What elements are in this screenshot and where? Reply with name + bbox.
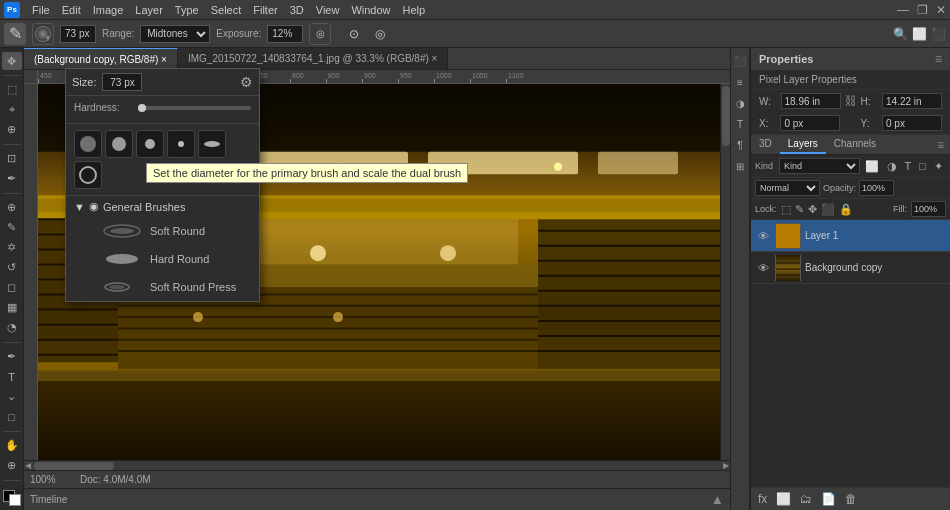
lasso-tool[interactable]: ⌖	[2, 101, 22, 119]
vertical-scrollbar[interactable]	[720, 84, 730, 460]
exposure-slider-icon[interactable]: ◎	[309, 23, 331, 45]
range-select[interactable]: Midtones	[140, 25, 210, 43]
crop-tool[interactable]: ⊡	[2, 150, 22, 168]
layer-visibility-1[interactable]: 👁	[755, 230, 771, 242]
timeline-expand-btn[interactable]: ▲	[711, 492, 724, 507]
filter-type-btn[interactable]: T	[902, 159, 915, 174]
character-btn[interactable]: T	[731, 115, 749, 133]
menu-layer[interactable]: Layer	[129, 2, 169, 18]
layer-mask-btn[interactable]: ⬜	[773, 491, 794, 507]
filter-adj-btn[interactable]: ◑	[884, 159, 900, 174]
brush-tool[interactable]: ✎	[2, 219, 22, 237]
paragraph-btn[interactable]: ¶	[731, 136, 749, 154]
brush-preset-3[interactable]	[136, 130, 164, 158]
marquee-tool[interactable]: ⬚	[2, 81, 22, 99]
tab-channels[interactable]: Channels	[826, 135, 884, 154]
height-input[interactable]	[882, 93, 942, 109]
layer-visibility-bg[interactable]: 👁	[755, 262, 771, 274]
menu-edit[interactable]: Edit	[56, 2, 87, 18]
vscroll-thumb[interactable]	[722, 86, 730, 146]
filter-shape-btn[interactable]: □	[916, 159, 929, 174]
dodge-tool[interactable]: ◔	[2, 319, 22, 337]
delete-layer-btn[interactable]: 🗑	[842, 491, 860, 507]
history-brush-tool[interactable]: ↺	[2, 259, 22, 277]
fill-input[interactable]	[911, 201, 946, 217]
layers-panel-menu-btn[interactable]: ≡	[931, 135, 950, 154]
new-layer-btn[interactable]: 📄	[818, 491, 839, 507]
blend-mode-select[interactable]: Normal	[755, 180, 820, 196]
brush-settings-btn[interactable]: ⚙	[240, 74, 253, 90]
burn-tool-icon[interactable]: ◎	[369, 23, 391, 45]
menu-select[interactable]: Select	[205, 2, 248, 18]
lock-transparent-btn[interactable]: ⬚	[781, 203, 791, 216]
general-brushes-group[interactable]: ▼ ◉ General Brushes	[66, 196, 259, 217]
dodge-tool-icon[interactable]: ⊙	[343, 23, 365, 45]
shape-tool[interactable]: □	[2, 408, 22, 426]
properties-btn[interactable]: ≡	[731, 73, 749, 91]
layer-style-btn[interactable]: fx	[755, 491, 770, 507]
menu-filter[interactable]: Filter	[247, 2, 283, 18]
soft-round-press-item[interactable]: Soft Round Press	[66, 273, 259, 301]
filter-sm-btn[interactable]: ✦	[931, 159, 946, 174]
brush-preset-icon[interactable]: ▼	[32, 23, 54, 45]
tab-img[interactable]: IMG_20150722_140833764_1.jpg @ 33.3% (RG…	[178, 48, 449, 69]
menu-file[interactable]: File	[26, 2, 56, 18]
menu-type[interactable]: Type	[169, 2, 205, 18]
y-input[interactable]	[882, 115, 942, 131]
styles-btn[interactable]: ⊞	[731, 157, 749, 175]
layer-item-1[interactable]: 👁 Layer 1	[751, 220, 950, 252]
eraser-tool[interactable]: ◻	[2, 279, 22, 297]
clone-stamp-tool[interactable]: ✡	[2, 239, 22, 257]
brush-preset-2[interactable]	[105, 130, 133, 158]
brush-size-field[interactable]	[102, 73, 142, 91]
path-selection-tool[interactable]: ⌄	[2, 388, 22, 406]
pen-tool[interactable]: ✒	[2, 348, 22, 366]
hand-tool[interactable]: ✋	[2, 437, 22, 455]
tab-3d[interactable]: 3D	[751, 135, 780, 154]
brush-preset-4[interactable]	[167, 130, 195, 158]
eyedropper-tool[interactable]: ✒	[2, 170, 22, 188]
hscroll-thumb[interactable]	[34, 462, 114, 470]
brush-preset-5[interactable]	[198, 130, 226, 158]
arrange-icon[interactable]: ⬛	[931, 27, 946, 41]
x-input[interactable]	[780, 115, 840, 131]
filter-pixel-btn[interactable]: ⬜	[862, 159, 882, 174]
menu-image[interactable]: Image	[87, 2, 130, 18]
tab-layers[interactable]: Layers	[780, 135, 826, 154]
tool-preset-picker[interactable]: ✎	[4, 23, 26, 45]
minimize-button[interactable]: —	[897, 3, 909, 17]
layer-group-btn[interactable]: 🗂	[797, 491, 815, 507]
search-icon[interactable]: 🔍	[893, 27, 908, 41]
menu-3d[interactable]: 3D	[284, 2, 310, 18]
lock-all-btn[interactable]: 🔒	[839, 203, 853, 216]
menu-help[interactable]: Help	[397, 2, 432, 18]
layer-filter-select[interactable]: Kind	[779, 158, 860, 174]
soft-round-item[interactable]: Soft Round	[66, 217, 259, 245]
3d-panel-btn[interactable]: ⬛	[731, 52, 749, 70]
type-tool[interactable]: T	[2, 368, 22, 386]
zoom-tool[interactable]: ⊕	[2, 457, 22, 475]
hard-round-item[interactable]: Hard Round	[66, 245, 259, 273]
workspace-icon[interactable]: ⬜	[912, 27, 927, 41]
gradient-tool[interactable]: ▦	[2, 299, 22, 317]
width-input[interactable]	[781, 93, 841, 109]
fg-bg-color[interactable]	[3, 490, 21, 506]
brush-preset-1[interactable]	[74, 130, 102, 158]
hardness-thumb[interactable]	[138, 104, 146, 112]
lock-pixels-btn[interactable]: ✎	[795, 203, 804, 216]
close-button[interactable]: ✕	[936, 3, 946, 17]
move-tool[interactable]: ✥	[2, 52, 22, 70]
exposure-input[interactable]	[267, 25, 303, 43]
link-proportions-icon[interactable]: ⛓	[845, 94, 857, 108]
tab-background-copy[interactable]: (Background copy, RGB/8#) ×	[24, 48, 178, 69]
adjustments-btn[interactable]: ◑	[731, 94, 749, 112]
lock-artboard-btn[interactable]: ⬛	[821, 203, 835, 216]
horizontal-scrollbar[interactable]: ◀ ▶	[24, 460, 730, 470]
brush-preset-6[interactable]	[74, 161, 102, 189]
restore-button[interactable]: ❐	[917, 3, 928, 17]
quick-select-tool[interactable]: ⊕	[2, 121, 22, 139]
layer-item-bg-copy[interactable]: 👁	[751, 252, 950, 284]
healing-brush-tool[interactable]: ⊕	[2, 199, 22, 217]
menu-view[interactable]: View	[310, 2, 346, 18]
brush-size-input[interactable]	[60, 25, 96, 43]
